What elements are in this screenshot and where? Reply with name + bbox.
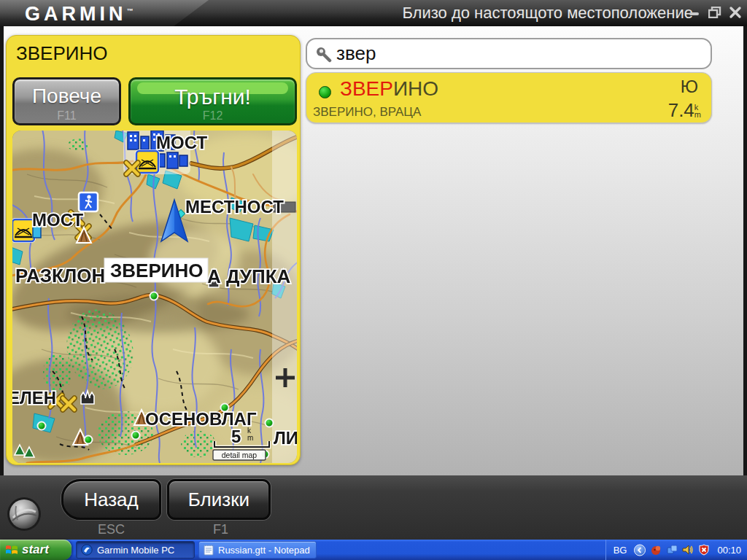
brand-trademark: ™ xyxy=(127,7,133,15)
windows-taskbar: start Garmin Mobile PC Russian.gtt - Not… xyxy=(0,540,747,560)
go-button-label: Тръгни! xyxy=(131,85,295,109)
notepad-icon xyxy=(204,544,214,556)
bottom-bar: Назад Близки ESC F1 xyxy=(0,475,747,540)
hide-icons-chevron[interactable] xyxy=(634,544,646,556)
map-label: МОСТ xyxy=(156,133,207,152)
nearby-button[interactable]: Близки xyxy=(167,479,271,520)
town-dot xyxy=(150,292,158,300)
language-indicator[interactable]: BG xyxy=(614,545,627,556)
map-label: ЛИ xyxy=(274,428,297,448)
map-label: МЕСТНОСТ xyxy=(185,197,284,217)
clock: 00:10 xyxy=(717,545,741,556)
more-button[interactable]: Повече F11 xyxy=(12,77,121,125)
result-poi-dot-icon xyxy=(319,86,331,98)
garmin-app-icon xyxy=(81,544,93,556)
taskbar-item-label: Garmin Mobile PC xyxy=(97,545,174,556)
result-name-rest: ИНО xyxy=(393,77,438,100)
garmin-logo-text: GARMIN™ xyxy=(25,3,133,26)
nearby-button-key: F1 xyxy=(171,522,271,537)
map-label: ОСЕНОВЛАГ xyxy=(145,409,257,429)
minimize-icon[interactable] xyxy=(687,4,702,20)
search-input[interactable] xyxy=(336,42,703,65)
map-label: ЕЛЕН xyxy=(12,388,56,408)
close-icon[interactable] xyxy=(728,4,743,20)
search-icon xyxy=(314,45,332,63)
start-button[interactable]: start xyxy=(0,540,71,560)
brand-text: GARMIN xyxy=(25,3,127,25)
system-tray: BG xyxy=(605,540,747,560)
detail-map-label: detail map xyxy=(222,451,258,459)
hiker-icon xyxy=(79,192,98,211)
result-direction: Ю xyxy=(681,77,698,97)
map-label-selected: ЗВЕРИНО xyxy=(110,260,203,281)
content-area: ЗВЕРИНО Повече F11 Тръгни! F12 xyxy=(4,26,743,475)
go-button-key: F12 xyxy=(131,109,295,122)
town-dot xyxy=(85,436,93,444)
back-button-label: Назад xyxy=(84,489,139,511)
trackball-icon xyxy=(6,496,42,532)
more-button-key: F11 xyxy=(15,109,119,122)
map-preview[interactable]: МОСТ МЕСТНОСТ МОСТ РАЗКЛОН А ДУПКА ЗВЕРИ… xyxy=(12,131,297,463)
selected-place-panel: ЗВЕРИНО Повече F11 Тръгни! F12 xyxy=(6,35,301,465)
volume-icon[interactable] xyxy=(682,544,694,556)
go-button[interactable]: Тръгни! F12 xyxy=(128,77,297,125)
garmin-mobile-pc-window: GARMIN™ Близо до настоящото местоположен… xyxy=(0,0,747,560)
map-label: МОСТ xyxy=(32,210,83,230)
back-button-key: ESC xyxy=(61,522,161,537)
result-name: ЗВЕРИНО xyxy=(340,77,438,101)
result-subtitle: ЗВЕРИНО, ВРАЦА xyxy=(313,105,421,120)
security-alert-icon[interactable] xyxy=(698,544,710,556)
scale-unit-m: m xyxy=(247,434,253,442)
selected-place-name: ЗВЕРИНО xyxy=(16,42,107,65)
windows-logo-icon xyxy=(5,543,18,556)
result-name-match: ЗВЕР xyxy=(340,77,393,100)
distance-value: 7.4 xyxy=(668,99,694,122)
result-distance: 7.4 km xyxy=(668,99,701,122)
more-button-label: Повече xyxy=(15,85,119,108)
scale-value: 5 xyxy=(231,427,241,446)
search-result-row[interactable]: ЗВЕРИНО Ю 7.4 km ЗВЕРИНО, ВРАЦА xyxy=(306,72,712,123)
taskbar-item-garmin[interactable]: Garmin Mobile PC xyxy=(76,541,195,559)
tray-app-icon[interactable] xyxy=(650,544,662,556)
map-label: А ДУПКА xyxy=(207,265,291,287)
town-dot xyxy=(132,432,140,440)
search-box xyxy=(306,38,712,69)
tray-network-icon[interactable] xyxy=(666,544,678,556)
back-button[interactable]: Назад xyxy=(61,479,161,520)
map-label: РАЗКЛОН xyxy=(15,265,105,287)
restore-icon[interactable] xyxy=(708,4,722,20)
town-dot xyxy=(38,422,46,430)
taskbar-item-notepad[interactable]: Russian.gtt - Notepad xyxy=(198,541,317,559)
taskbar-item-label: Russian.gtt - Notepad xyxy=(218,545,310,556)
bridge-icon xyxy=(12,219,34,241)
garmin-logo: GARMIN™ xyxy=(0,0,209,26)
start-button-label: start xyxy=(22,542,49,557)
nearby-button-label: Близки xyxy=(188,489,249,511)
titlebar: GARMIN™ Близо до настоящото местоположен… xyxy=(0,0,747,26)
distance-unit-m: m xyxy=(694,111,701,118)
church-icon xyxy=(81,391,94,404)
window-title: Близо до настоящото местоположение xyxy=(402,4,693,23)
town-dot xyxy=(266,419,274,427)
map-scroll-strip[interactable] xyxy=(272,131,297,463)
